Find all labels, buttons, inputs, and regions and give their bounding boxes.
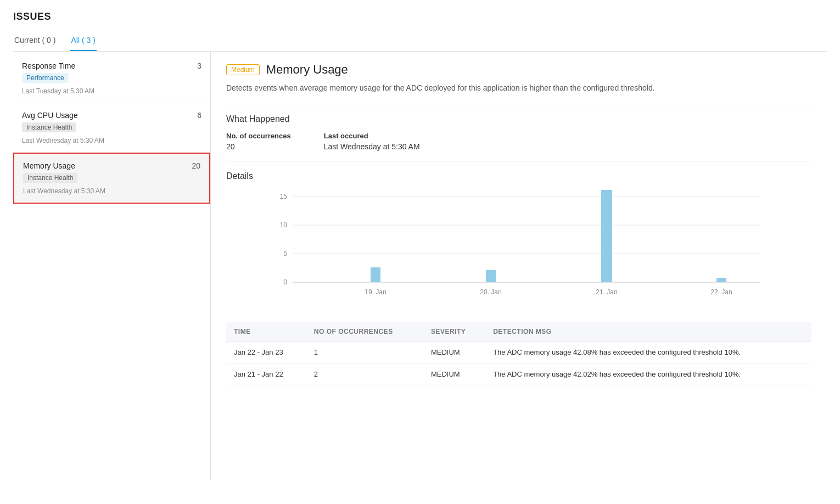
row-severity: MEDIUM [423, 363, 485, 385]
what-happened-title: What Happened [226, 114, 811, 124]
issue-count: 20 [192, 161, 200, 170]
detail-header: Medium Memory Usage [226, 63, 811, 77]
row-occurrences: 2 [306, 363, 423, 385]
detail-panel: Medium Memory Usage Detects events when … [211, 52, 827, 480]
bar-chart: 15 10 5 0 [226, 189, 811, 310]
row-time: Jan 21 - Jan 22 [226, 363, 306, 385]
row-severity: MEDIUM [423, 341, 485, 363]
divider-1 [226, 104, 811, 104]
svg-text:15: 15 [280, 193, 288, 200]
detail-description: Detects events when average memory usage… [226, 82, 811, 94]
severity-badge: Medium [226, 64, 260, 75]
tabs-container: Current ( 0 ) All ( 3 ) [13, 31, 827, 52]
issue-name: Memory Usage [23, 161, 75, 170]
issue-header: Avg CPU Usage 6 [22, 111, 201, 120]
page-container: ISSUES Current ( 0 ) All ( 3 ) Response … [0, 0, 840, 491]
occurrences-label: No. of occurrences [226, 132, 291, 140]
col-time: TIME [226, 322, 306, 341]
svg-text:20. Jan: 20. Jan [480, 288, 501, 296]
row-message: The ADC memory usage 42.02% has exceeded… [485, 363, 811, 385]
divider-2 [226, 161, 811, 161]
issue-name: Response Time [22, 61, 75, 70]
issue-name: Avg CPU Usage [22, 111, 78, 120]
main-layout: Response Time 3 Performance Last Tuesday… [13, 52, 827, 480]
occurrences-block: No. of occurrences 20 [226, 132, 291, 151]
table-row: Jan 22 - Jan 23 1 MEDIUM The ADC memory … [226, 341, 811, 363]
occurrences-value: 20 [226, 142, 291, 151]
issue-badge-performance: Performance [22, 73, 69, 83]
col-detection-msg: DETECTION MSG [485, 322, 811, 341]
what-happened-content: No. of occurrences 20 Last occured Last … [226, 132, 811, 151]
svg-rect-11 [601, 190, 612, 282]
svg-text:19. Jan: 19. Jan [365, 288, 386, 296]
details-title: Details [226, 171, 811, 181]
issue-time: Last Wednesday at 5:30 AM [23, 187, 200, 195]
issue-badge-instance: Instance Health [22, 122, 76, 132]
issue-header: Response Time 3 [22, 61, 201, 70]
col-occurrences: NO OF OCCURRENCES [306, 322, 423, 341]
issue-count: 6 [197, 111, 201, 120]
issues-list: Response Time 3 Performance Last Tuesday… [13, 52, 211, 480]
svg-rect-10 [486, 270, 496, 282]
last-occurred-block: Last occured Last Wednesday at 5:30 AM [324, 132, 420, 151]
svg-text:22. Jan: 22. Jan [710, 288, 732, 296]
tab-current[interactable]: Current ( 0 ) [13, 31, 57, 51]
issue-item-memory-usage[interactable]: Memory Usage 20 Instance Health Last Wed… [13, 153, 210, 204]
svg-rect-12 [716, 278, 726, 282]
detail-title: Memory Usage [266, 63, 348, 77]
issue-item-avg-cpu[interactable]: Avg CPU Usage 6 Instance Health Last Wed… [13, 103, 210, 153]
last-occurred-value: Last Wednesday at 5:30 AM [324, 142, 420, 151]
occurrences-table: TIME NO OF OCCURRENCES SEVERITY DETECTIO… [226, 322, 811, 385]
row-message: The ADC memory usage 42.08% has exceeded… [485, 341, 811, 363]
svg-rect-9 [371, 267, 380, 282]
svg-text:21. Jan: 21. Jan [596, 288, 617, 296]
issue-badge-instance: Instance Health [23, 173, 77, 183]
page-title: ISSUES [13, 11, 827, 23]
row-occurrences: 1 [306, 341, 423, 363]
last-occurred-label: Last occured [324, 132, 420, 140]
issue-time: Last Tuesday at 5:30 AM [22, 87, 201, 95]
row-time: Jan 22 - Jan 23 [226, 341, 306, 363]
tab-all[interactable]: All ( 3 ) [70, 31, 96, 51]
issue-time: Last Wednesday at 5:30 AM [22, 137, 201, 144]
col-severity: SEVERITY [423, 322, 485, 341]
chart-container: 15 10 5 0 [226, 189, 811, 311]
issue-item-response-time[interactable]: Response Time 3 Performance Last Tuesday… [13, 54, 210, 103]
issue-header: Memory Usage 20 [23, 161, 200, 170]
table-row: Jan 21 - Jan 22 2 MEDIUM The ADC memory … [226, 363, 811, 385]
svg-text:10: 10 [280, 221, 288, 229]
svg-text:5: 5 [283, 250, 287, 257]
issue-count: 3 [197, 61, 201, 70]
svg-text:0: 0 [283, 278, 287, 286]
